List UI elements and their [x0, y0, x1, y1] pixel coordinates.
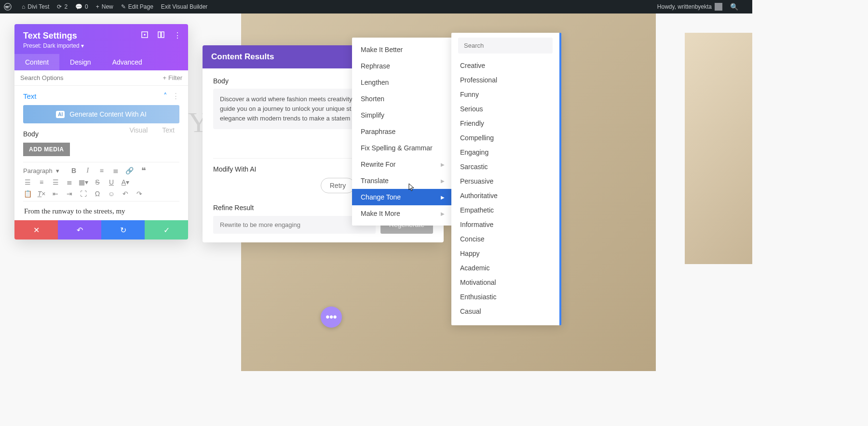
improve-menu-item[interactable]: Fix Spelling & Grammar — [352, 140, 453, 156]
settings-header: Text Settings Preset: Dark imported ▾ ⋮ — [14, 24, 188, 54]
align-justify-button[interactable]: ≣ — [65, 178, 74, 186]
improve-menu-item[interactable]: Change Tone▶ — [352, 189, 453, 205]
close-icon: ✕ — [33, 226, 40, 235]
menu-item-label: Paraphrase — [361, 128, 395, 135]
plus-icon: + — [163, 74, 167, 81]
text-tab[interactable]: Text — [162, 126, 175, 134]
outdent-button[interactable]: ⇤ — [51, 189, 60, 198]
align-center-button[interactable]: ≡ — [37, 178, 46, 186]
save-button[interactable]: ✓ — [145, 220, 188, 240]
text-section-header[interactable]: Text ˄ ⋮ — [23, 92, 179, 100]
tone-search-input[interactable] — [458, 38, 553, 53]
bold-button[interactable]: B — [69, 166, 78, 175]
add-media-button[interactable]: ADD MEDIA — [23, 143, 70, 156]
howdy-link[interactable]: Howdy, writtenbyekta — [657, 3, 722, 11]
improve-menu-item[interactable]: Make It Better — [352, 41, 453, 58]
columns-icon[interactable] — [157, 31, 165, 39]
retry-button[interactable]: Retry — [321, 178, 355, 193]
link-button[interactable]: 🔗 — [125, 166, 134, 175]
redo-button[interactable]: ↷ — [135, 189, 144, 198]
exit-builder-link[interactable]: Exit Visual Builder — [161, 3, 208, 10]
fullscreen-button[interactable]: ⛶ — [79, 189, 88, 198]
refine-input[interactable] — [213, 216, 376, 234]
pencil-icon: ✎ — [121, 3, 126, 10]
filter-button[interactable]: + Filter — [163, 74, 182, 81]
tone-item[interactable]: Casual — [458, 304, 553, 319]
paste-button[interactable]: 📋 — [23, 189, 32, 198]
redo-footer-button[interactable]: ↻ — [101, 220, 145, 240]
tab-content[interactable]: Content — [14, 54, 59, 70]
text-color-button[interactable]: A▾ — [121, 178, 130, 186]
tone-item[interactable]: Engaging — [458, 145, 553, 160]
special-char-button[interactable]: Ω — [93, 189, 102, 198]
undo-button[interactable]: ↶ — [121, 189, 130, 198]
updates-link[interactable]: ⟳ 2 — [57, 3, 68, 10]
chevron-right-icon: ▶ — [441, 178, 445, 184]
improve-menu-item[interactable]: Shorten — [352, 91, 453, 107]
chevron-up-icon[interactable]: ˄ — [163, 92, 167, 100]
improve-menu-item[interactable]: Rewrite For▶ — [352, 156, 453, 173]
visual-tab[interactable]: Visual — [129, 126, 148, 134]
expand-icon[interactable] — [141, 31, 149, 39]
more-vertical-icon[interactable]: ⋮ — [172, 92, 179, 100]
improve-menu-item[interactable]: Lengthen — [352, 74, 453, 91]
settings-tabs: Content Design Advanced — [14, 54, 188, 70]
tone-item[interactable]: Persuasive — [458, 174, 553, 188]
tone-item[interactable]: Empathetic — [458, 203, 553, 217]
generate-ai-button[interactable]: AI Generate Content With AI — [23, 105, 179, 123]
menu-item-label: Rewrite For — [361, 160, 395, 168]
improve-menu-item[interactable]: Paraphrase — [352, 123, 453, 140]
tab-advanced[interactable]: Advanced — [102, 54, 153, 70]
italic-button[interactable]: I — [83, 166, 92, 175]
more-icon[interactable]: ⋮ — [174, 31, 181, 39]
tone-item[interactable]: Friendly — [458, 116, 553, 131]
ol-button[interactable]: ≣ — [111, 166, 120, 175]
improve-menu-item[interactable]: Translate▶ — [352, 173, 453, 189]
tone-item[interactable]: Serious — [458, 102, 553, 116]
wp-logo[interactable] — [4, 3, 14, 11]
dots-icon: ••• — [326, 311, 337, 323]
result-text: Discover a world where fashion meets cre… — [213, 89, 363, 129]
improve-menu-item[interactable]: Rephrase — [352, 58, 453, 74]
underline-button[interactable]: U — [107, 178, 116, 186]
tone-item[interactable]: Motivational — [458, 275, 553, 290]
table-button[interactable]: ▦▾ — [79, 178, 88, 186]
site-name-link[interactable]: ⌂ Divi Test — [22, 3, 49, 10]
builder-fab[interactable]: ••• — [321, 306, 342, 328]
improve-menu-item[interactable]: Make It More▶ — [352, 205, 453, 222]
home-icon: ⌂ — [22, 3, 25, 10]
tone-item[interactable]: Compelling — [458, 131, 553, 145]
cancel-button[interactable]: ✕ — [14, 220, 58, 240]
tone-item[interactable]: Authoritative — [458, 188, 553, 203]
align-right-button[interactable]: ☰ — [51, 178, 60, 186]
tone-item[interactable]: Academic — [458, 261, 553, 275]
tone-item[interactable]: Sarcastic — [458, 160, 553, 174]
edit-page-link[interactable]: ✎ Edit Page — [121, 3, 153, 10]
tone-item[interactable]: Creative — [458, 58, 553, 73]
clear-format-button[interactable]: T× — [37, 189, 46, 198]
strike-button[interactable]: S — [93, 178, 102, 186]
undo-footer-button[interactable]: ↶ — [58, 220, 101, 240]
paragraph-select[interactable]: Paragraph ▾ — [23, 167, 59, 174]
tab-design[interactable]: Design — [59, 54, 102, 70]
tone-item[interactable]: Happy — [458, 246, 553, 261]
new-link[interactable]: + New — [96, 3, 113, 10]
ul-button[interactable]: ≡ — [97, 166, 106, 175]
tone-item[interactable]: Funny — [458, 87, 553, 102]
quote-button[interactable]: ❝ — [139, 166, 148, 175]
search-options-input[interactable] — [20, 74, 163, 81]
tone-item[interactable]: Enthusiastic — [458, 290, 553, 304]
preset-selector[interactable]: Preset: Dark imported ▾ — [23, 42, 179, 49]
menu-item-label: Shorten — [361, 95, 384, 103]
improve-menu-item[interactable]: Simplify — [352, 107, 453, 123]
indent-button[interactable]: ⇥ — [65, 189, 74, 198]
align-left-button[interactable]: ☰ — [23, 178, 32, 186]
comments-link[interactable]: 💬 0 — [75, 3, 88, 10]
tone-item[interactable]: Professional — [458, 73, 553, 87]
search-toggle[interactable]: 🔍 — [730, 3, 741, 11]
tone-item[interactable]: Informative — [458, 217, 553, 232]
editor-content[interactable]: From the runway to the streets, my — [23, 201, 179, 220]
svg-point-2 — [144, 34, 145, 35]
emoji-button[interactable]: ☺ — [107, 189, 116, 198]
tone-item[interactable]: Concise — [458, 232, 553, 246]
